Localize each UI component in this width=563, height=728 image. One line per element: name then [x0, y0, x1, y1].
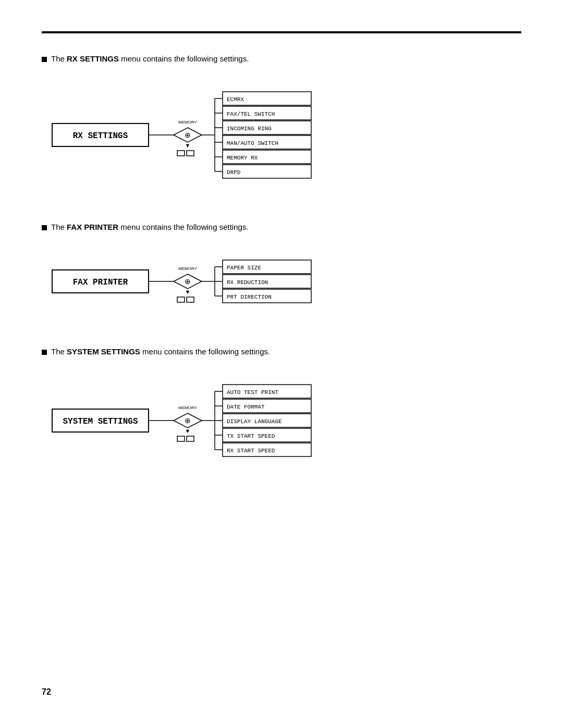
bullet-icon [42, 57, 47, 62]
svg-text:TX START SPEED: TX START SPEED [227, 433, 275, 439]
svg-text:▼: ▼ [185, 142, 191, 149]
section-description-fax-printer: The FAX PRINTER menu contains the follow… [42, 223, 521, 231]
section-system-settings: The SYSTEM SETTINGS menu contains the fo… [42, 347, 521, 475]
bullet-icon [42, 225, 47, 230]
svg-text:SYSTEM SETTINGS: SYSTEM SETTINGS [63, 417, 138, 426]
svg-rect-7 [177, 151, 185, 156]
svg-text:DISPLAY LANGUAGE: DISPLAY LANGUAGE [227, 418, 282, 425]
svg-text:INCOMING RING: INCOMING RING [227, 126, 272, 132]
svg-text:DRPD: DRPD [227, 169, 241, 176]
svg-rect-8 [187, 151, 194, 156]
page-number: 72 [42, 687, 51, 697]
section-rx-settings: The RX SETTINGS menu contains the follow… [42, 54, 521, 196]
svg-rect-36 [177, 297, 185, 302]
svg-text:MEMORY: MEMORY [178, 405, 198, 410]
bullet-icon [42, 350, 47, 355]
diagram-svg-fax-printer: FAX PRINTER⊕MEMORY▼PAPER SIZERX REDUCTIO… [42, 244, 407, 319]
svg-text:ECMRX: ECMRX [227, 96, 244, 103]
svg-text:RX SETTINGS: RX SETTINGS [73, 131, 128, 141]
svg-text:DATE FORMAT: DATE FORMAT [227, 404, 265, 410]
section-description-system-settings: The SYSTEM SETTINGS menu contains the fo… [42, 347, 521, 356]
diagram-svg-rx-settings: RX SETTINGS⊕MEMORY▼ECMRXFAX/TEL SWITCHIN… [42, 76, 407, 194]
svg-text:MEMORY: MEMORY [178, 266, 198, 271]
svg-text:MEMORY: MEMORY [178, 120, 198, 125]
svg-text:⊕: ⊕ [185, 416, 191, 425]
svg-rect-37 [187, 297, 194, 302]
svg-text:RX START SPEED: RX START SPEED [227, 448, 275, 454]
svg-rect-57 [187, 436, 194, 441]
svg-rect-56 [177, 436, 185, 441]
page-container: The RX SETTINGS menu contains the follow… [0, 0, 563, 728]
svg-text:RX REDUCTION: RX REDUCTION [227, 279, 268, 286]
svg-text:⊕: ⊕ [185, 277, 191, 286]
svg-text:▼: ▼ [185, 289, 191, 295]
svg-text:MEMORY RX: MEMORY RX [227, 155, 258, 161]
svg-text:FAX PRINTER: FAX PRINTER [73, 278, 128, 287]
section-description-rx-settings: The RX SETTINGS menu contains the follow… [42, 54, 521, 63]
top-rule [42, 31, 521, 33]
svg-text:FAX/TEL SWITCH: FAX/TEL SWITCH [227, 111, 275, 117]
section-fax-printer: The FAX PRINTER menu contains the follow… [42, 223, 521, 321]
svg-text:▼: ▼ [185, 428, 191, 434]
svg-text:⊕: ⊕ [185, 131, 191, 139]
svg-text:MAN/AUTO SWITCH: MAN/AUTO SWITCH [227, 140, 278, 146]
svg-text:PAPER SIZE: PAPER SIZE [227, 265, 261, 271]
sections-container: The RX SETTINGS menu contains the follow… [42, 54, 521, 475]
svg-text:AUTO TEST PRINT: AUTO TEST PRINT [227, 389, 278, 396]
svg-text:PRT DIRECTION: PRT DIRECTION [227, 294, 272, 300]
diagram-svg-system-settings: SYSTEM SETTINGS⊕MEMORY▼AUTO TEST PRINTDA… [42, 368, 407, 473]
